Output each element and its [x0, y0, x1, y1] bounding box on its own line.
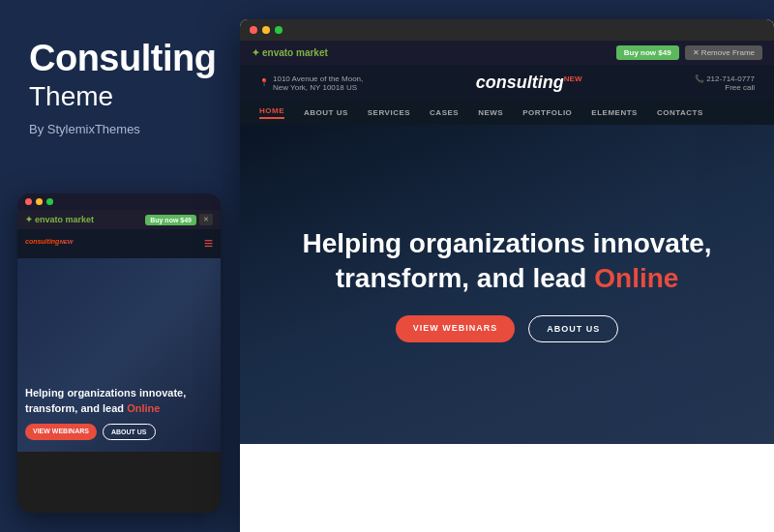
mobile-envato-logo: ✦ envato market: [25, 215, 94, 224]
title-text: Consulting: [29, 39, 211, 79]
mobile-about-us-button[interactable]: ABOUT US: [103, 424, 156, 440]
desktop-nav: HOME ABOUT US SERVICES CASES NEWS PORTFO…: [240, 101, 774, 125]
mobile-close-button[interactable]: ✕: [199, 214, 213, 225]
mobile-dot-red: [25, 198, 32, 205]
desktop-nav-services[interactable]: SERVICES: [368, 108, 410, 117]
desktop-address: 📍 1010 Avenue of the Moon, New York, NY …: [259, 74, 363, 92]
desktop-hero: Helping organizations innovate, transfor…: [240, 125, 774, 444]
desktop-nav-elements[interactable]: ELEMENTS: [591, 108, 638, 117]
desktop-phone: 📞 212-714-0777 Free call: [695, 74, 755, 92]
mobile-hero-title: Helping organizations innovate, transfor…: [25, 386, 213, 416]
mobile-envato-bar: ✦ envato market Buy now $49 ✕: [17, 210, 221, 229]
desktop-dot-yellow: [262, 26, 270, 34]
desktop-envato-logo: ✦ envato market: [252, 47, 328, 58]
desktop-about-us-button[interactable]: ABOUT US: [528, 315, 618, 342]
desktop-envato-actions: Buy now $49 ✕ Remove Frame: [616, 45, 762, 60]
theme-title: Consulting Theme By StylemixThemes: [29, 39, 211, 136]
desktop-hero-online: Online: [594, 263, 678, 293]
desktop-dot-red: [250, 26, 257, 34]
desktop-mockup: ✦ envato market Buy now $49 ✕ Remove Fra…: [240, 19, 774, 532]
author-text: By StylemixThemes: [29, 122, 211, 136]
mobile-site-header: consultingNEW ≡: [17, 229, 221, 258]
mobile-titlebar: [17, 193, 221, 210]
mobile-view-webinars-button[interactable]: VIEW WEBINARS: [25, 424, 97, 440]
desktop-hero-title: Helping organizations innovate, transfor…: [302, 226, 711, 297]
desktop-hero-buttons: VIEW WEBINARS ABOUT US: [302, 315, 711, 342]
desktop-nav-about[interactable]: ABOUT US: [304, 108, 348, 117]
left-panel: Consulting Theme By StylemixThemes ✦ env…: [0, 0, 240, 532]
desktop-nav-contacts[interactable]: CONTACTS: [657, 108, 703, 117]
mobile-dot-green: [46, 198, 53, 205]
desktop-site-header: 📍 1010 Avenue of the Moon, New York, NY …: [240, 65, 774, 101]
subtitle-text: Theme: [29, 81, 211, 112]
mobile-logo: consultingNEW: [25, 237, 73, 251]
mobile-hamburger-icon[interactable]: ≡: [204, 235, 213, 252]
mobile-buy-button[interactable]: Buy now $49: [145, 215, 196, 225]
mobile-mockup: ✦ envato market Buy now $49 ✕ consulting…: [17, 193, 221, 513]
phone-icon: 📞: [695, 74, 704, 83]
desktop-nav-home[interactable]: HOME: [259, 106, 284, 119]
mobile-dot-yellow: [36, 198, 43, 205]
desktop-logo: consultingNEW: [476, 73, 582, 93]
desktop-view-webinars-button[interactable]: VIEW WEBINARS: [396, 315, 516, 342]
mobile-logo-badge: NEW: [59, 238, 73, 244]
desktop-hero-content: Helping organizations innovate, transfor…: [302, 226, 711, 343]
desktop-nav-cases[interactable]: CASES: [430, 108, 459, 117]
desktop-envato-star: ✦: [252, 47, 259, 58]
mobile-hero-text: Helping organizations innovate, transfor…: [25, 386, 213, 440]
mobile-hero-buttons: VIEW WEBINARS ABOUT US: [25, 424, 213, 440]
desktop-logo-badge: NEW: [564, 74, 582, 83]
desktop-titlebar: [240, 19, 774, 41]
desktop-envato-bar: ✦ envato market Buy now $49 ✕ Remove Fra…: [240, 41, 774, 65]
desktop-buy-button[interactable]: Buy now $49: [616, 45, 679, 60]
desktop-remove-button[interactable]: ✕ Remove Frame: [685, 45, 762, 60]
pin-icon: 📍: [259, 78, 269, 87]
mobile-hero-online: Online: [127, 402, 160, 414]
desktop-nav-portfolio[interactable]: PORTFOLIO: [522, 108, 572, 117]
desktop-nav-news[interactable]: NEWS: [478, 108, 503, 117]
mobile-hero: Helping organizations innovate, transfor…: [17, 258, 221, 452]
mobile-envato-star: ✦: [25, 215, 33, 224]
desktop-dot-green: [275, 26, 283, 34]
